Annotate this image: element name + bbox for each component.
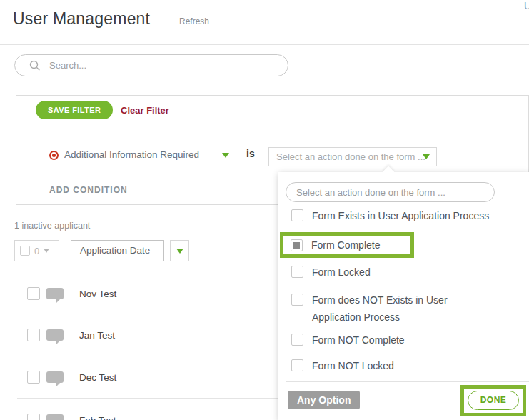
option-form-complete[interactable]: Form Complete xyxy=(283,236,410,252)
save-filter-button[interactable]: SAVE FILTER xyxy=(36,101,113,119)
option-checkbox[interactable] xyxy=(291,209,303,221)
header-divider xyxy=(0,44,529,45)
clear-filter-button[interactable]: Clear Filter xyxy=(121,105,169,116)
user-management-screen: User Management Refresh U SAVE FILTER Cl… xyxy=(0,0,529,420)
record-icon xyxy=(49,151,59,160)
option-checkbox[interactable] xyxy=(291,294,303,306)
comment-bubble-icon xyxy=(46,329,64,341)
corner-partial-text: U xyxy=(524,0,529,11)
comment-bubble-icon xyxy=(46,414,64,420)
applicant-name[interactable]: Feb Test xyxy=(79,415,116,420)
applicant-name[interactable]: Jan Test xyxy=(79,330,115,341)
comment-bubble-icon xyxy=(46,371,64,383)
any-option-button[interactable]: Any Option xyxy=(288,391,360,409)
dropdown-search-box[interactable] xyxy=(286,182,495,202)
option-form-not-complete[interactable]: Form NOT Complete xyxy=(291,334,405,347)
applicant-row[interactable]: Jan Test xyxy=(0,315,300,355)
comment-bubble-icon xyxy=(46,288,64,299)
option-form-not-locked[interactable]: Form NOT Locked xyxy=(291,359,394,373)
option-form-locked[interactable]: Form Locked xyxy=(291,266,371,279)
option-checkbox[interactable] xyxy=(291,266,303,278)
option-label: Form Locked xyxy=(312,266,371,279)
applicant-name[interactable]: Nov Test xyxy=(79,289,116,299)
search-box[interactable] xyxy=(14,54,288,76)
filter-panel-divider xyxy=(16,124,528,124)
condition-field-select[interactable]: Additional Information Required xyxy=(64,149,199,160)
condition-operator: is xyxy=(246,148,255,159)
panel-footer-divider xyxy=(286,381,529,382)
form-action-dropdown-panel: Form Exists in User Application Process … xyxy=(278,172,529,420)
select-all-checkbox[interactable] xyxy=(20,246,30,256)
row-checkbox[interactable] xyxy=(27,414,40,420)
bulk-select-control[interactable]: 0 xyxy=(14,240,59,261)
search-input[interactable] xyxy=(49,56,278,75)
option-checkbox[interactable] xyxy=(291,239,303,251)
sort-field-select[interactable]: Application Date xyxy=(71,240,164,261)
applicant-row[interactable]: Feb Test xyxy=(0,400,300,420)
form-complete-highlight-annotation: Form Complete xyxy=(280,232,414,258)
applicant-name[interactable]: Dec Test xyxy=(79,372,116,383)
option-label: Form does NOT Exists in User Application… xyxy=(312,291,482,326)
page-title: User Management xyxy=(13,9,150,29)
option-form-does-not-exist[interactable]: Form does NOT Exists in User Application… xyxy=(291,294,482,326)
option-checkbox[interactable] xyxy=(291,334,303,346)
row-checkbox[interactable] xyxy=(27,329,40,341)
row-checkbox[interactable] xyxy=(27,287,40,300)
add-condition-button[interactable]: ADD CONDITION xyxy=(49,185,128,195)
option-label: Form Exists in User Application Process xyxy=(312,209,489,223)
chevron-down-icon[interactable] xyxy=(222,153,229,158)
option-label: Form NOT Complete xyxy=(312,334,405,347)
chevron-down-icon xyxy=(44,249,49,253)
selected-count: 0 xyxy=(34,246,39,256)
done-button[interactable]: DONE xyxy=(468,391,519,410)
search-icon xyxy=(29,60,41,71)
applicant-row[interactable]: Dec Test xyxy=(0,357,300,397)
row-checkbox[interactable] xyxy=(27,371,40,384)
done-highlight-annotation: DONE xyxy=(460,385,526,416)
result-count-label: 1 inactive applicant xyxy=(14,221,90,231)
option-checkbox[interactable] xyxy=(291,359,303,371)
chevron-down-icon xyxy=(176,249,183,254)
condition-value-select[interactable]: Select an action done on the form ... xyxy=(268,147,437,166)
condition-value-placeholder: Select an action done on the form ... xyxy=(276,151,425,162)
applicant-row[interactable]: Nov Test xyxy=(0,274,300,314)
refresh-link[interactable]: Refresh xyxy=(179,16,209,26)
dropdown-search-input[interactable] xyxy=(296,184,485,201)
sort-direction-button[interactable] xyxy=(170,240,189,261)
option-label: Form NOT Locked xyxy=(312,359,394,373)
option-label: Form Complete xyxy=(311,239,380,252)
chevron-down-icon xyxy=(423,154,430,159)
option-form-exists[interactable]: Form Exists in User Application Process xyxy=(291,209,489,223)
